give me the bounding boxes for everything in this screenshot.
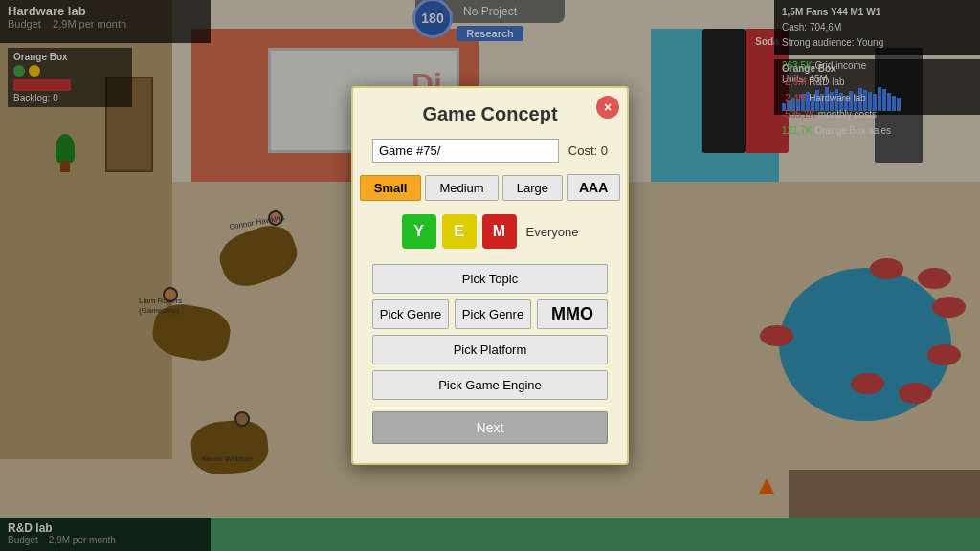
size-row: Small Medium Large AAA bbox=[372, 174, 608, 201]
close-button[interactable]: × bbox=[596, 96, 619, 119]
rating-m-badge[interactable]: M bbox=[482, 214, 517, 249]
cost-label: Cost: 0 bbox=[568, 143, 608, 158]
rating-everyone-label: Everyone bbox=[526, 225, 579, 239]
pick-engine-button[interactable]: Pick Game Engine bbox=[372, 370, 608, 400]
genre-row: Pick Genre Pick Genre MMO bbox=[372, 299, 608, 329]
rating-row: Y E M Everyone bbox=[372, 214, 608, 249]
modal-title: Game Concept bbox=[372, 103, 608, 125]
aaa-button[interactable]: AAA bbox=[567, 174, 620, 201]
mmo-badge[interactable]: MMO bbox=[537, 299, 608, 329]
pick-topic-button[interactable]: Pick Topic bbox=[372, 264, 608, 294]
name-cost-row: Cost: 0 bbox=[372, 139, 608, 163]
modal-overlay: × Game Concept Cost: 0 Small Medium Larg… bbox=[0, 0, 980, 551]
pick-platform-button[interactable]: Pick Platform bbox=[372, 335, 608, 364]
pick-genre1-button[interactable]: Pick Genre bbox=[372, 299, 449, 329]
rating-y-badge[interactable]: Y bbox=[402, 214, 436, 249]
rating-e-badge[interactable]: E bbox=[442, 214, 477, 249]
medium-button[interactable]: Medium bbox=[425, 175, 498, 201]
game-name-input[interactable] bbox=[372, 139, 559, 163]
game-concept-modal: × Game Concept Cost: 0 Small Medium Larg… bbox=[351, 86, 629, 465]
large-button[interactable]: Large bbox=[502, 175, 563, 201]
pick-genre2-button[interactable]: Pick Genre bbox=[455, 299, 531, 329]
next-button[interactable]: Next bbox=[372, 411, 608, 444]
small-button[interactable]: Small bbox=[360, 175, 422, 201]
